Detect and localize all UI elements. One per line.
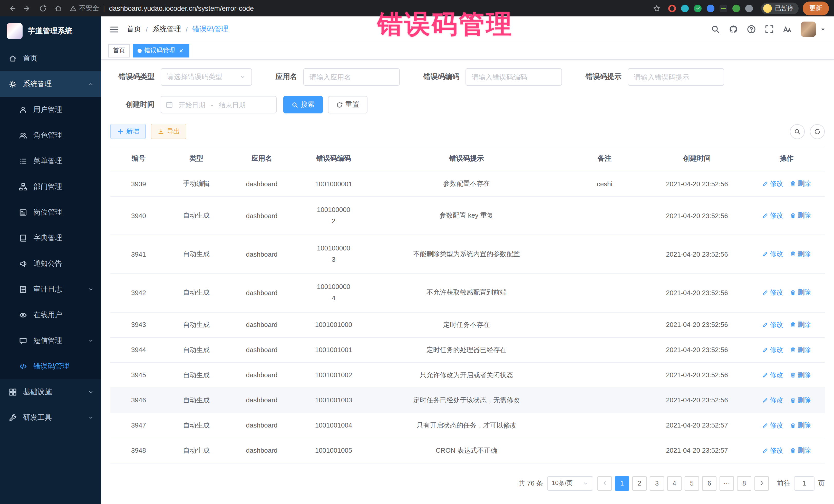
help-icon[interactable] xyxy=(747,25,756,34)
github-icon[interactable] xyxy=(729,25,738,34)
edit-button[interactable]: 修改 xyxy=(762,320,783,329)
date-range-picker[interactable]: - xyxy=(161,96,277,113)
sidebar-item-dev-tool[interactable]: 研发工具 xyxy=(0,405,101,431)
sidebar-item-home[interactable]: 首页 xyxy=(0,46,101,71)
sidebar-item-sms[interactable]: 短信管理 xyxy=(0,328,101,354)
sidebar-item-dept[interactable]: 部门管理 xyxy=(0,174,101,200)
sidebar-item-infra[interactable]: 基础设施 xyxy=(0,379,101,405)
forward-button[interactable] xyxy=(21,2,34,15)
paused-badge[interactable]: 已暂停 xyxy=(761,2,798,14)
export-button[interactable]: 导出 xyxy=(151,124,186,139)
app-name-input[interactable] xyxy=(309,73,394,81)
browser-home-button[interactable] xyxy=(51,2,65,15)
delete-button[interactable]: 删除 xyxy=(790,250,811,259)
menu-fold-button[interactable] xyxy=(109,24,119,34)
page-button-8[interactable]: 8 xyxy=(737,476,751,490)
cell-id: 3948 xyxy=(110,438,167,463)
delete-button[interactable]: 删除 xyxy=(790,370,811,379)
goto-page-input[interactable] xyxy=(794,476,814,490)
app-logo[interactable]: 芋道管理系统 xyxy=(0,17,101,46)
site-security-indicator[interactable]: 不安全 xyxy=(70,4,99,13)
page-button-6[interactable]: 6 xyxy=(702,476,717,490)
next-page-button[interactable] xyxy=(754,476,769,490)
extension-teal-icon[interactable] xyxy=(681,4,689,12)
edit-button[interactable]: 修改 xyxy=(762,345,783,354)
refresh-table-button[interactable] xyxy=(810,124,825,139)
sidebar-item-error-code[interactable]: 错误码管理 xyxy=(0,354,101,379)
extension-on-switch-icon[interactable] xyxy=(720,4,727,12)
update-button[interactable]: 更新 xyxy=(803,1,829,15)
extension-pin-icon[interactable] xyxy=(745,4,753,12)
delete-button[interactable]: 删除 xyxy=(790,421,811,430)
sidebar-item-online-user[interactable]: 在线用户 xyxy=(0,302,101,328)
search-button[interactable]: 搜索 xyxy=(283,96,323,113)
reset-button[interactable]: 重置 xyxy=(328,96,368,113)
extension-blue-icon[interactable] xyxy=(707,4,715,12)
edit-icon xyxy=(762,347,768,353)
edit-button[interactable]: 修改 xyxy=(762,421,783,430)
fullscreen-icon[interactable] xyxy=(765,25,774,34)
edit-button[interactable]: 修改 xyxy=(762,179,783,188)
page-size-select[interactable]: 10条/页 xyxy=(547,476,593,490)
add-button[interactable]: 新增 xyxy=(110,124,146,139)
user-avatar[interactable] xyxy=(800,22,816,37)
cell-code: 1001001001 xyxy=(298,337,370,363)
extension-check-icon[interactable] xyxy=(694,4,702,12)
toggle-search-button[interactable] xyxy=(790,124,805,139)
sidebar-item-dict[interactable]: 字典管理 xyxy=(0,225,101,251)
breadcrumb-system[interactable]: 系统管理 xyxy=(152,25,181,34)
sidebar-item-notice[interactable]: 通知公告 xyxy=(0,251,101,277)
page-button-1[interactable]: 1 xyxy=(615,476,629,490)
delete-button[interactable]: 删除 xyxy=(790,288,811,298)
reload-button[interactable] xyxy=(36,2,49,15)
error-code-input[interactable] xyxy=(471,73,556,81)
delete-button[interactable]: 删除 xyxy=(790,345,811,354)
edit-icon xyxy=(762,422,768,428)
end-date-input[interactable] xyxy=(216,101,249,109)
sidebar-item-system[interactable]: 系统管理 xyxy=(0,71,101,97)
caret-down-icon[interactable] xyxy=(820,26,826,32)
breadcrumb-home[interactable]: 首页 xyxy=(127,25,141,34)
delete-button[interactable]: 删除 xyxy=(790,179,811,188)
delete-button[interactable]: 删除 xyxy=(790,320,811,329)
sidebar-item-menu[interactable]: 菜单管理 xyxy=(0,148,101,174)
error-hint-input[interactable] xyxy=(634,73,718,81)
search-icon[interactable] xyxy=(711,25,720,34)
sidebar-item-post[interactable]: 岗位管理 xyxy=(0,200,101,225)
delete-button[interactable]: 删除 xyxy=(790,446,811,455)
page-button-4[interactable]: 4 xyxy=(667,476,682,490)
cell-code: 1001001004 xyxy=(298,413,370,438)
edit-button[interactable]: 修改 xyxy=(762,211,783,220)
edit-button[interactable]: 修改 xyxy=(762,250,783,259)
tag-active[interactable]: 错误码管理 xyxy=(133,44,190,57)
edit-button[interactable]: 修改 xyxy=(762,446,783,455)
edit-button[interactable]: 修改 xyxy=(762,288,783,298)
cell-time: 2021-04-20 23:52:56 xyxy=(646,312,748,337)
navbar-actions xyxy=(711,22,826,37)
font-size-icon[interactable] xyxy=(783,25,792,34)
cell-id: 3944 xyxy=(110,337,167,363)
close-icon[interactable] xyxy=(178,47,185,54)
sidebar-item-role[interactable]: 角色管理 xyxy=(0,123,101,148)
delete-button[interactable]: 删除 xyxy=(790,395,811,405)
delete-button[interactable]: 删除 xyxy=(790,211,811,220)
page-button-2[interactable]: 2 xyxy=(632,476,647,490)
prev-page-button[interactable] xyxy=(597,476,612,490)
sidebar-item-user[interactable]: 用户管理 xyxy=(0,97,101,123)
page-button-5[interactable]: 5 xyxy=(685,476,699,490)
page-size-value: 10条/页 xyxy=(552,479,572,487)
cell-app: dashboard xyxy=(226,438,298,463)
error-type-select[interactable]: 请选择错误码类型 xyxy=(161,68,252,86)
start-date-input[interactable] xyxy=(176,101,208,109)
extension-green-icon[interactable] xyxy=(732,4,740,12)
bookmark-star-icon[interactable] xyxy=(650,2,663,15)
sidebar-item-audit-log[interactable]: 审计日志 xyxy=(0,277,101,302)
pager-more-button[interactable]: ··· xyxy=(720,476,734,490)
extension-record-icon[interactable] xyxy=(668,4,676,12)
edit-button[interactable]: 修改 xyxy=(762,395,783,405)
back-button[interactable] xyxy=(5,2,19,15)
address-bar[interactable]: 不安全 | dashboard.yudao.iocoder.cn/system/… xyxy=(70,2,663,15)
edit-button[interactable]: 修改 xyxy=(762,370,783,379)
page-button-3[interactable]: 3 xyxy=(650,476,664,490)
tag-item[interactable]: 首页 xyxy=(108,44,130,57)
